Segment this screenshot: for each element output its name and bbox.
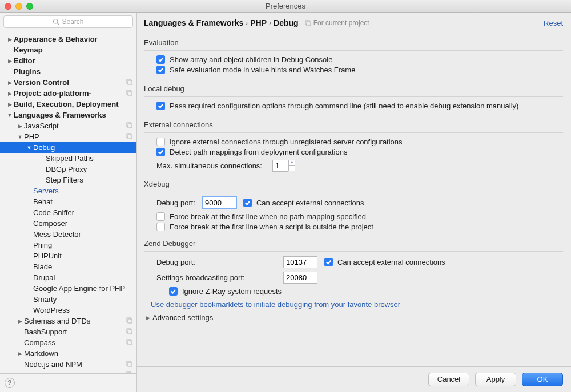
- section-xdebug: Xdebug: [144, 180, 563, 188]
- tree-item-label: BashSupport: [24, 328, 132, 336]
- tree-item-label: Schemas and DTDs: [24, 317, 132, 325]
- svg-rect-5: [128, 91, 132, 95]
- tree-item-label: Composer: [33, 219, 132, 228]
- tree-item-label: Node.js and NPM: [24, 360, 132, 369]
- search-input[interactable]: Search: [3, 15, 133, 28]
- ignore-external-checkbox[interactable]: Ignore external connections through unre…: [156, 138, 563, 146]
- xdebug-force-break-nomap-checkbox[interactable]: Force break at the first line when no pa…: [156, 212, 563, 221]
- tree-item[interactable]: ▶Schemas and DTDs: [0, 316, 136, 326]
- tree-arrow-icon: ▶: [17, 318, 23, 324]
- section-evaluation: Evaluation: [144, 38, 563, 47]
- tree-item[interactable]: Mess Detector: [0, 229, 136, 240]
- tree-item-label: Appearance & Behavior: [14, 35, 132, 43]
- tree-item[interactable]: ▶Appearance & Behavior: [0, 34, 136, 45]
- ignore-zray-checkbox[interactable]: Ignore Z-Ray system requests: [169, 287, 563, 296]
- tree-item[interactable]: Smarty: [0, 294, 136, 305]
- tree-item[interactable]: ▼PHP: [0, 131, 136, 142]
- tree-item[interactable]: ▶JavaScript: [0, 120, 136, 131]
- tree-item-label: PHP: [24, 132, 132, 141]
- tree-arrow-icon: ▶: [17, 123, 23, 129]
- sidebar: Search ▶Appearance & BehaviorKeymap▶Edit…: [0, 13, 137, 392]
- apply-button[interactable]: Apply: [475, 373, 516, 386]
- tree-item[interactable]: WordPress: [0, 305, 136, 316]
- tree-item[interactable]: Blade: [0, 261, 136, 272]
- zend-bcast-label: Settings broadcasting port:: [156, 273, 276, 282]
- tree-item[interactable]: ▶Puppet: [0, 370, 136, 374]
- tree-item[interactable]: Servers: [0, 185, 136, 196]
- svg-line-1: [58, 23, 59, 25]
- tree-item-label: Phing: [33, 241, 132, 249]
- svg-rect-17: [128, 362, 132, 366]
- tree-item[interactable]: ▶Project: ado-platform-: [0, 88, 136, 99]
- bookmarklets-link[interactable]: Use debugger bookmarklets to initiate de…: [151, 300, 563, 309]
- project-scope-icon: [126, 317, 133, 324]
- tree-item[interactable]: Node.js and NPM: [0, 359, 136, 370]
- zend-port-input[interactable]: [283, 256, 317, 268]
- tree-arrow-icon: ▶: [7, 80, 13, 86]
- svg-rect-9: [128, 135, 132, 139]
- tree-item-label: Drupal: [33, 273, 132, 282]
- tree-item[interactable]: Keymap: [0, 45, 136, 55]
- tree-arrow-icon: ▶: [7, 91, 13, 96]
- zend-bcast-input[interactable]: [283, 272, 317, 284]
- close-window-button[interactable]: [5, 3, 11, 10]
- detect-path-mappings-checkbox[interactable]: Detect path mappings from deployment con…: [156, 148, 563, 156]
- cancel-button[interactable]: Cancel: [428, 373, 469, 386]
- tree-item[interactable]: ▼Languages & Frameworks: [0, 110, 136, 120]
- tree-item[interactable]: Google App Engine for PHP: [0, 283, 136, 294]
- section-external: External connections: [144, 120, 563, 129]
- tree-item[interactable]: ▶Version Control: [0, 77, 136, 88]
- tree-item[interactable]: Step Filters: [0, 175, 136, 185]
- spinner-down[interactable]: −: [288, 165, 295, 171]
- help-button[interactable]: ?: [5, 378, 15, 388]
- xdebug-force-break-outside-checkbox[interactable]: Force break at the first line when a scr…: [156, 223, 563, 231]
- safe-evaluation-checkbox[interactable]: Safe evaluation mode in value hints and …: [156, 66, 563, 74]
- tree-item-label: PHPUnit: [33, 252, 132, 260]
- tree-item[interactable]: Drupal: [0, 272, 136, 283]
- tree-item[interactable]: ▶Build, Execution, Deployment: [0, 99, 136, 110]
- tree-arrow-icon: ▼: [17, 134, 23, 140]
- project-scope-icon: [126, 133, 133, 140]
- tree-arrow-icon: ▼: [26, 145, 32, 151]
- xdebug-port-label: Debug port:: [156, 199, 195, 207]
- xdebug-port-input[interactable]: [202, 197, 236, 209]
- zend-accept-checkbox[interactable]: Can accept external connections: [324, 258, 445, 266]
- tree-item-label: Languages & Frameworks: [14, 111, 132, 119]
- tree-item[interactable]: Phing: [0, 240, 136, 250]
- tree-arrow-icon: ▶: [7, 102, 13, 107]
- ok-button[interactable]: OK: [522, 373, 563, 386]
- reset-link[interactable]: Reset: [544, 19, 563, 27]
- tree-item[interactable]: Composer: [0, 218, 136, 229]
- tree-item[interactable]: Behat: [0, 196, 136, 207]
- tree-item-label: Skipped Paths: [46, 154, 132, 163]
- tree-item[interactable]: PHPUnit: [0, 250, 136, 261]
- window-titlebar: Preferences: [0, 0, 571, 13]
- xdebug-accept-checkbox[interactable]: Can accept external connections: [243, 199, 364, 207]
- project-scope-icon: [126, 122, 133, 129]
- tree-item[interactable]: ▶Markdown: [0, 348, 136, 359]
- pass-config-cli-checkbox[interactable]: Pass required configuration options thro…: [156, 102, 563, 110]
- copy-icon: [304, 19, 311, 26]
- minimize-window-button[interactable]: [15, 3, 22, 10]
- tree-item-label: Project: ado-platform-: [14, 89, 132, 98]
- tree-item-label: Code Sniffer: [33, 208, 132, 217]
- tree-item[interactable]: BashSupport: [0, 326, 136, 337]
- svg-rect-21: [307, 22, 311, 26]
- tree-item[interactable]: Plugins: [0, 66, 136, 77]
- show-array-children-checkbox[interactable]: Show array and object children in Debug …: [156, 55, 563, 64]
- tree-item[interactable]: DBGp Proxy: [0, 164, 136, 175]
- svg-point-0: [54, 19, 58, 24]
- tree-item[interactable]: Skipped Paths: [0, 153, 136, 164]
- tree-item[interactable]: Code Sniffer: [0, 207, 136, 218]
- max-connections-input[interactable]: [272, 160, 288, 172]
- tree-item[interactable]: Compass: [0, 337, 136, 348]
- advanced-settings-toggle[interactable]: ▶Advanced settings: [146, 313, 563, 322]
- tree-item[interactable]: ▼Debug: [0, 142, 136, 153]
- spinner-up[interactable]: +: [288, 160, 295, 165]
- search-icon: [53, 18, 59, 25]
- tree-item-label: Editor: [14, 56, 132, 65]
- tree-item[interactable]: ▶Editor: [0, 55, 136, 66]
- tree-arrow-icon: ▶: [7, 58, 13, 64]
- project-scope-icon: [126, 328, 133, 335]
- maximize-window-button[interactable]: [26, 3, 33, 10]
